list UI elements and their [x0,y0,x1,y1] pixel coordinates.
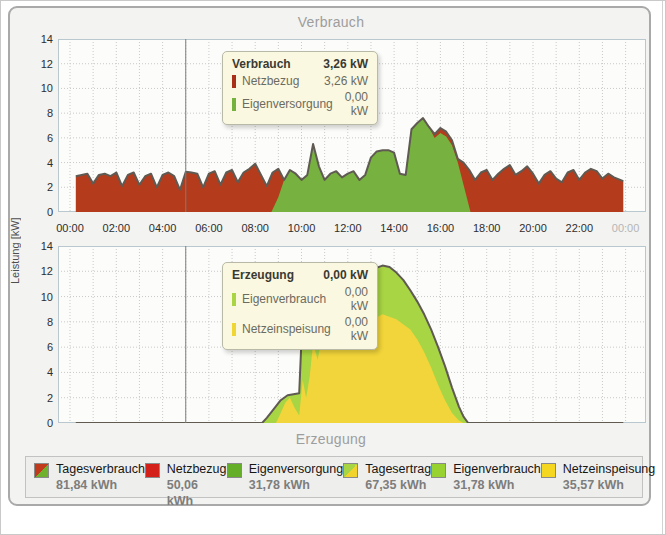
eigenverbrauch-swatch [431,463,446,478]
eigenversorgung-color-bar [232,98,236,111]
y-tick-label: 10 [29,291,53,303]
tooltip-row-label: Netzbezug [242,74,324,88]
x-tick-label: 14:00 [370,222,418,234]
y-tick-label: 14 [29,240,53,252]
top-chart-title: Verbrauch [9,14,653,30]
y-tick-label: 4 [29,157,53,169]
x-tick-label: 20:00 [509,222,557,234]
y-tick-label: 8 [29,316,53,328]
y-tick-label: 2 [29,181,53,193]
legend-value: 31,78 kWh [453,477,541,493]
legend-label: Eigenverbrauch [453,462,541,477]
verbrauch-tooltip: Verbrauch 3,26 kW Netzbezug 3,26 kW Eige… [222,51,378,125]
tooltip-title-value: 3,26 kW [323,57,368,71]
x-tick-label: 04:00 [139,222,187,234]
tooltip-row-label: Eigenverbrauch [242,292,326,306]
bottom-chart-title: Erzeugung [9,431,653,447]
legend-value: 67,35 kWh [365,477,431,493]
netzbezug-color-bar [232,75,236,88]
legend-value: 35,57 kWh [563,477,655,493]
y-axis-label: Leistung [kW] [9,169,23,333]
footer-bar: ◀ ▶ ⚙ [1,506,666,534]
legend-value: 50,06 kWh [167,477,227,509]
x-tick-label: 00:00 [46,222,94,234]
legend-item-eigenversorgung: Eigenversorgung 31,78 kWh [227,462,344,493]
y-tick-label: 12 [29,265,53,277]
legend-bar: Tagesverbrauch 81,84 kWh Netzbezug 50,06… [25,456,643,498]
tooltip-title-value: 0,00 kW [323,268,368,282]
tooltip-row-value: 0,00 kW [333,90,368,118]
x-tick-label: 10:00 [278,222,326,234]
y-tick-label: 2 [29,392,53,404]
y-tick-label: 0 [29,417,53,429]
tagesverbrauch-swatch [34,463,49,478]
tooltip-row-value: 0,00 kW [326,285,368,313]
legend-item-eigenverbrauch: Eigenverbrauch 31,78 kWh [431,462,541,493]
x-tick-label: 18:00 [463,222,511,234]
legend-label: Tagesverbrauch [56,462,145,477]
eigenverbrauch-color-bar [232,293,236,306]
x-tick-label: 02:00 [92,222,140,234]
y-tick-label: 10 [29,82,53,94]
legend-item-tagesertrag: Tagesertrag 67,35 kWh [343,462,431,493]
tooltip-title: Erzeugung [232,268,294,282]
legend-item-netzeinspeisung: Netzeinspeisung 35,57 kWh [541,462,655,493]
legend-value: 31,78 kWh [249,477,344,493]
x-tick-label: 12:00 [324,222,372,234]
netzeinspeisung-color-bar [232,323,236,336]
legend-label: Netzeinspeisung [563,462,655,477]
x-tick-label: 16:00 [416,222,464,234]
x-tick-label: 00:00 [602,222,650,234]
legend-label: Eigenversorgung [249,462,344,477]
eigenversorgung-swatch [227,463,242,478]
x-tick-label: 22:00 [555,222,603,234]
y-tick-label: 8 [29,107,53,119]
tooltip-title: Verbrauch [232,57,291,71]
legend-label: Tagesertrag [365,462,431,477]
window-edge [662,1,663,535]
netzbezug-swatch [145,463,160,478]
y-tick-label: 14 [29,33,53,45]
energy-monitor-window: Verbrauch Leistung [kW] 02468101214 00:0… [0,0,666,535]
legend-item-netzbezug: Netzbezug 50,06 kWh [145,462,227,509]
y-tick-label: 6 [29,132,53,144]
legend-value: 81,84 kWh [56,477,145,493]
y-tick-label: 0 [29,206,53,218]
legend-label: Netzbezug [167,462,227,477]
tooltip-row-label: Eigenversorgung [242,97,333,111]
tooltip-row-value: 3,26 kW [324,74,368,88]
tagesertrag-swatch [343,463,358,478]
netzeinspeisung-swatch [541,463,556,478]
y-tick-label: 6 [29,341,53,353]
legend-item-tagesverbrauch: Tagesverbrauch 81,84 kWh [34,462,145,493]
y-tick-label: 12 [29,58,53,70]
erzeugung-tooltip: Erzeugung 0,00 kW Eigenverbrauch 0,00 kW… [222,262,378,350]
x-tick-label: 08:00 [231,222,279,234]
tooltip-row-value: 0,00 kW [331,315,368,343]
tooltip-row-label: Netzeinspeisung [242,322,331,336]
x-tick-label: 06:00 [185,222,233,234]
y-tick-label: 4 [29,366,53,378]
